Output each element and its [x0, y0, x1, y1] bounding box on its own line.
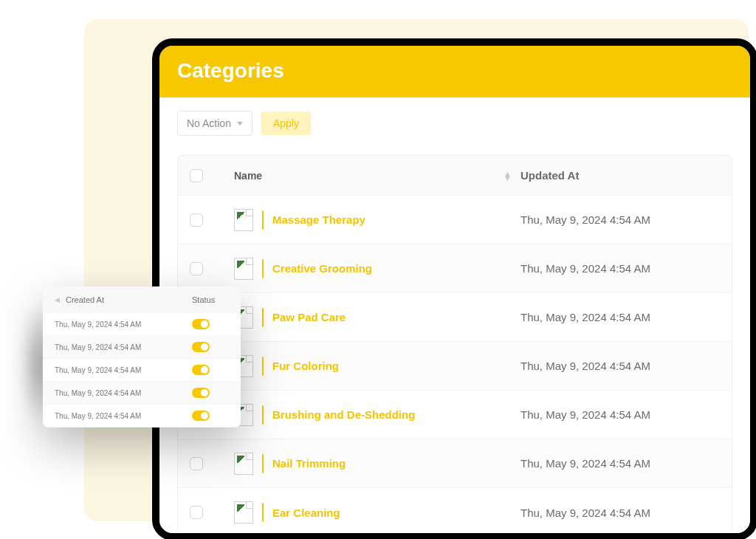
created-at-cell: Thu, May 9, 2024 4:54 AM — [55, 366, 192, 374]
table-header-row: Name ▲▼ Updated At — [178, 156, 732, 196]
table-row: Paw Pad Care Thu, May 9, 2024 4:54 AM — [178, 293, 732, 342]
category-name-link[interactable]: Ear Cleaning — [272, 507, 340, 519]
updated-at-cell: Thu, May 9, 2024 4:54 AM — [520, 457, 720, 470]
category-name-link[interactable]: Massage Therapy — [272, 213, 365, 226]
categories-table: Name ▲▼ Updated At Massage Therapy Thu, … — [177, 155, 732, 538]
table-row: Creative Grooming Thu, May 9, 2024 4:54 … — [178, 244, 732, 293]
table-row: Nail Trimming Thu, May 9, 2024 4:54 AM — [178, 439, 732, 488]
select-all-checkbox[interactable] — [190, 169, 203, 182]
divider — [262, 503, 264, 522]
sort-icon[interactable]: ▲▼ — [504, 171, 512, 180]
row-checkbox[interactable] — [190, 506, 203, 519]
created-at-cell: Thu, May 9, 2024 4:54 AM — [55, 343, 192, 351]
divider — [262, 210, 264, 230]
table-row: Massage Therapy Thu, May 9, 2024 4:54 AM — [178, 196, 732, 244]
created-at-cell: Thu, May 9, 2024 4:54 AM — [55, 412, 192, 420]
status-toggle[interactable] — [192, 388, 210, 398]
popup-row: Thu, May 9, 2024 4:54 AM — [43, 405, 241, 428]
column-header-status[interactable]: Status — [192, 295, 229, 304]
popup-row: Thu, May 9, 2024 4:54 AM — [43, 313, 241, 336]
tablet-device-frame: Categories No Action Apply Name ▲▼ — [152, 38, 756, 539]
table-row: Fur Coloring Thu, May 9, 2024 4:54 AM — [178, 342, 732, 391]
row-checkbox[interactable] — [190, 213, 203, 227]
updated-at-cell: Thu, May 9, 2024 4:54 AM — [520, 213, 720, 226]
category-name-link[interactable]: Creative Grooming — [272, 262, 372, 275]
divider — [262, 405, 264, 425]
divider — [262, 454, 264, 473]
category-name-link[interactable]: Nail Trimming — [272, 457, 346, 470]
status-toggle[interactable] — [192, 342, 210, 352]
column-header-name[interactable]: Name — [234, 170, 262, 182]
category-name-link[interactable]: Paw Pad Care — [272, 311, 346, 323]
popup-header-row: ◀ Created At Status — [43, 286, 241, 313]
column-header-updated-at[interactable]: Updated At — [520, 169, 579, 182]
status-toggle[interactable] — [192, 365, 210, 375]
chevron-left-icon[interactable]: ◀ — [55, 296, 60, 303]
page-header: Categories — [159, 46, 750, 97]
status-popup-card: ◀ Created At Status Thu, May 9, 2024 4:5… — [43, 286, 241, 428]
row-checkbox[interactable] — [190, 457, 203, 470]
divider — [262, 357, 264, 376]
updated-at-cell: Thu, May 9, 2024 4:54 AM — [520, 507, 720, 519]
chevron-down-icon — [237, 122, 243, 126]
column-header-created-at[interactable]: Created At — [66, 295, 192, 304]
updated-at-cell: Thu, May 9, 2024 4:54 AM — [520, 262, 720, 275]
image-placeholder-icon — [234, 209, 253, 231]
popup-row: Thu, May 9, 2024 4:54 AM — [43, 336, 241, 359]
category-name-link[interactable]: Fur Coloring — [272, 360, 339, 372]
status-toggle[interactable] — [192, 319, 210, 329]
image-placeholder-icon — [234, 453, 253, 475]
table-row: Ear Cleaning Thu, May 9, 2024 4:54 AM — [178, 488, 732, 537]
content-area: No Action Apply Name ▲▼ Updated A — [159, 97, 750, 539]
bulk-action-row: No Action Apply — [177, 111, 732, 136]
created-at-cell: Thu, May 9, 2024 4:54 AM — [55, 320, 192, 329]
category-name-link[interactable]: Brushing and De-Shedding — [272, 408, 415, 421]
created-at-cell: Thu, May 9, 2024 4:54 AM — [55, 389, 192, 397]
image-placeholder-icon — [234, 501, 253, 523]
popup-row: Thu, May 9, 2024 4:54 AM — [43, 359, 241, 382]
dropdown-label: No Action — [187, 117, 231, 129]
bulk-action-dropdown[interactable]: No Action — [177, 111, 252, 136]
updated-at-cell: Thu, May 9, 2024 4:54 AM — [520, 360, 720, 372]
row-checkbox[interactable] — [190, 262, 203, 275]
table-row: Brushing and De-Shedding Thu, May 9, 202… — [178, 391, 732, 439]
page-title: Categories — [177, 59, 284, 82]
divider — [262, 259, 264, 278]
divider — [262, 308, 264, 327]
updated-at-cell: Thu, May 9, 2024 4:54 AM — [520, 311, 720, 323]
popup-row: Thu, May 9, 2024 4:54 AM — [43, 382, 241, 405]
image-placeholder-icon — [234, 258, 253, 280]
updated-at-cell: Thu, May 9, 2024 4:54 AM — [520, 408, 720, 421]
status-toggle[interactable] — [192, 411, 210, 421]
apply-button[interactable]: Apply — [261, 111, 311, 135]
